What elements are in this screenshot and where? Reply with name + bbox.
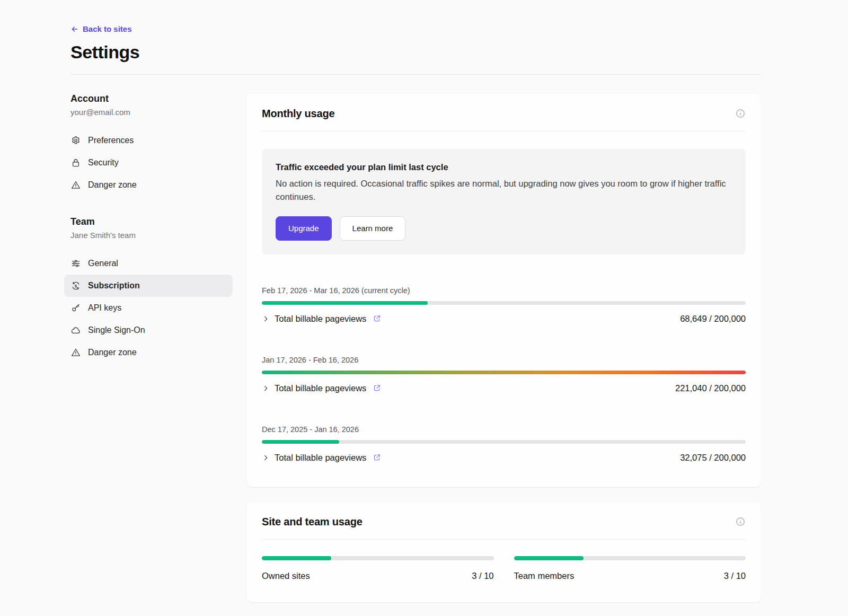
warning-icon <box>70 180 81 190</box>
info-icon <box>735 108 746 119</box>
sidebar-item-api-keys[interactable]: API keys <box>64 297 233 319</box>
sidebar-item-label: Subscription <box>88 281 140 291</box>
metric-label: Total billable pageviews <box>275 383 366 393</box>
sidebar-item-account-danger-zone[interactable]: Danger zone <box>64 174 233 196</box>
usage-progress-fill-over-limit <box>262 371 746 374</box>
monthly-usage-card: Monthly usage Traffic exceeded your plan… <box>246 93 761 487</box>
usage-progress-track <box>262 301 746 305</box>
chevron-right-icon <box>262 315 270 323</box>
meter-label: Owned sites <box>262 571 310 581</box>
notice-title: Traffic exceeded your plan limit last cy… <box>276 162 732 172</box>
header-divider <box>70 74 761 75</box>
sidebar-item-team-danger-zone[interactable]: Danger zone <box>64 341 233 364</box>
notice-body: No action is required. Occasional traffi… <box>276 177 732 204</box>
sidebar-item-subscription[interactable]: Subscription <box>64 275 233 297</box>
external-link-icon[interactable] <box>373 314 381 323</box>
cloud-icon <box>70 325 81 336</box>
sidebar-item-label: Danger zone <box>88 348 137 357</box>
meter-value: 3 / 10 <box>724 571 746 581</box>
metric-label: Total billable pageviews <box>275 453 366 463</box>
chevron-right-icon <box>262 454 270 462</box>
usage-progress-track <box>262 371 746 374</box>
page-title: Settings <box>70 42 761 63</box>
monthly-usage-info-button[interactable] <box>735 108 746 119</box>
arrow-left-icon <box>70 25 79 33</box>
learn-more-button[interactable]: Learn more <box>340 216 406 241</box>
team-section-title: Team <box>70 216 233 227</box>
warning-icon <box>70 347 81 358</box>
period-date-range: Jan 17, 2026 - Feb 16, 2026 <box>262 356 746 364</box>
traffic-exceeded-notice: Traffic exceeded your plan limit last cy… <box>262 149 746 254</box>
sidebar-item-label: Security <box>88 158 119 168</box>
meter-track <box>262 556 494 560</box>
sidebar-item-single-sign-on[interactable]: Single Sign-On <box>64 319 233 341</box>
usage-period-previous: Jan 17, 2026 - Feb 16, 2026 Total billab… <box>262 356 746 393</box>
usage-value: 221,040 / 200,000 <box>675 383 746 393</box>
sidebar-item-label: API keys <box>88 303 121 313</box>
account-section: Account your@email.com Preferences Secur… <box>70 93 233 196</box>
sidebar-item-label: Preferences <box>88 136 134 145</box>
owned-sites-meter: Owned sites 3 / 10 <box>262 556 494 581</box>
dollar-refresh-icon <box>70 280 81 291</box>
meter-track <box>514 556 746 560</box>
lock-icon <box>70 157 81 168</box>
page-header: Back to sites Settings <box>70 24 761 63</box>
usage-period-current: Feb 17, 2026 - Mar 16, 2026 (current cyc… <box>262 286 746 324</box>
external-link-icon[interactable] <box>373 453 381 462</box>
key-icon <box>70 303 81 313</box>
team-section: Team Jane Smith's team General Subscript… <box>70 216 233 364</box>
billable-pageviews-expander[interactable]: Total billable pageviews <box>262 383 381 393</box>
back-to-sites-label: Back to sites <box>83 24 132 33</box>
site-team-usage-info-button[interactable] <box>735 516 746 527</box>
settings-page: Back to sites Settings Account your@emai… <box>0 0 848 616</box>
billable-pageviews-expander[interactable]: Total billable pageviews <box>262 314 381 324</box>
usage-progress-fill <box>262 301 428 305</box>
sliders-icon <box>70 258 81 269</box>
usage-value: 32,075 / 200,000 <box>680 453 746 463</box>
sidebar-item-general[interactable]: General <box>64 252 233 275</box>
usage-period-older: Dec 17, 2025 - Jan 16, 2026 Total billab… <box>262 425 746 463</box>
settings-main: Monthly usage Traffic exceeded your plan… <box>246 93 761 602</box>
back-to-sites-link[interactable]: Back to sites <box>70 24 132 33</box>
sidebar-item-label: Danger zone <box>88 180 137 190</box>
sidebar-item-label: General <box>88 259 118 268</box>
meter-fill <box>262 556 331 560</box>
metric-label: Total billable pageviews <box>275 314 366 324</box>
account-section-title: Account <box>70 93 233 104</box>
sidebar-item-label: Single Sign-On <box>88 325 145 335</box>
site-team-usage-title: Site and team usage <box>262 516 363 528</box>
meter-value: 3 / 10 <box>472 571 493 581</box>
usage-progress-track <box>262 440 746 444</box>
gear-icon <box>70 135 81 146</box>
upgrade-button[interactable]: Upgrade <box>276 216 332 241</box>
sidebar-item-security[interactable]: Security <box>64 152 233 174</box>
chevron-right-icon <box>262 384 270 392</box>
period-date-range: Dec 17, 2025 - Jan 16, 2026 <box>262 425 746 434</box>
external-link-icon[interactable] <box>373 384 381 392</box>
site-team-usage-card: Site and team usage Owned sites <box>246 501 761 602</box>
usage-progress-fill <box>262 440 339 444</box>
meter-label: Team members <box>514 571 575 581</box>
period-date-range: Feb 17, 2026 - Mar 16, 2026 (current cyc… <box>262 286 746 295</box>
meter-fill <box>514 556 584 560</box>
billable-pageviews-expander[interactable]: Total billable pageviews <box>262 453 381 463</box>
team-name: Jane Smith's team <box>70 231 233 240</box>
settings-sidebar: Account your@email.com Preferences Secur… <box>70 93 233 364</box>
account-nav: Preferences Security Danger zone <box>64 129 233 196</box>
team-nav: General Subscription API keys Single Sig… <box>64 252 233 364</box>
team-members-meter: Team members 3 / 10 <box>514 556 746 581</box>
info-icon <box>735 516 746 527</box>
usage-value: 68,649 / 200,000 <box>680 314 746 324</box>
sidebar-item-preferences[interactable]: Preferences <box>64 129 233 152</box>
account-email: your@email.com <box>70 108 233 117</box>
monthly-usage-title: Monthly usage <box>262 108 334 120</box>
